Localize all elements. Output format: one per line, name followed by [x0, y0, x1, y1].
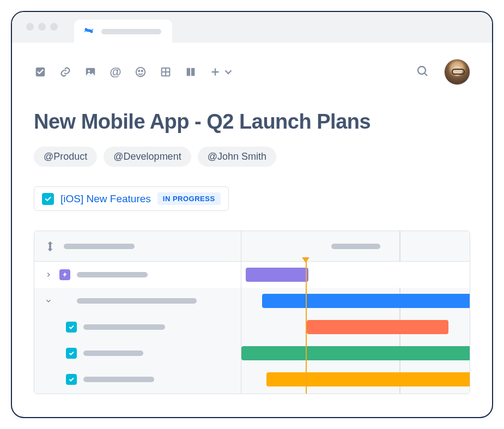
- svg-point-4: [138, 70, 139, 71]
- insert-more-button[interactable]: [209, 65, 234, 78]
- roadmap-task-row[interactable]: [34, 340, 241, 366]
- timeline-row: [241, 314, 470, 340]
- placeholder-text: [77, 272, 148, 277]
- roadmap-panel: [34, 231, 470, 394]
- gantt-bar[interactable]: [246, 268, 308, 282]
- task-type-icon: [66, 348, 77, 359]
- editor-toolbar: @: [34, 65, 234, 78]
- svg-point-5: [142, 70, 143, 71]
- app-window: @ Ne: [11, 11, 493, 418]
- gantt-bar[interactable]: [266, 372, 470, 386]
- window-titlebar: [12, 12, 492, 43]
- placeholder-text: [83, 351, 143, 356]
- avatar[interactable]: [444, 59, 470, 85]
- emoji-icon[interactable]: [134, 65, 147, 78]
- svg-point-13: [418, 67, 426, 74]
- roadmap-task-row[interactable]: [34, 366, 241, 392]
- svg-point-2: [88, 70, 90, 72]
- editor-toolbar-row: @: [34, 59, 470, 85]
- link-icon[interactable]: [59, 65, 72, 78]
- gantt-bar[interactable]: [262, 294, 470, 308]
- roadmap-header-left: [34, 231, 241, 262]
- svg-line-14: [425, 74, 428, 76]
- timeline-row: [241, 262, 470, 288]
- issue-title: [iOS] New Features: [60, 193, 151, 205]
- mention-tags: @Product @Development @John Smith: [34, 147, 470, 167]
- timeline-row: [241, 340, 470, 366]
- placeholder-text: [83, 324, 165, 330]
- page-content: @ Ne: [12, 43, 492, 394]
- action-item-icon[interactable]: [34, 65, 47, 78]
- jira-issue-card[interactable]: [iOS] New Features IN PROGRESS: [34, 186, 229, 211]
- svg-point-3: [136, 68, 145, 77]
- window-controls: [26, 23, 58, 31]
- timeline-row: [241, 366, 470, 392]
- roadmap-epic-row[interactable]: [34, 288, 241, 314]
- roadmap-timeline[interactable]: [241, 231, 470, 394]
- image-icon[interactable]: [84, 65, 97, 78]
- roadmap-task-row[interactable]: [34, 314, 241, 340]
- today-line: [306, 262, 307, 394]
- roadmap-epic-row[interactable]: [34, 262, 241, 288]
- gantt-bar[interactable]: [241, 346, 470, 360]
- task-type-icon: [66, 374, 77, 385]
- placeholder-text: [331, 244, 380, 249]
- tab-title-placeholder: [101, 29, 161, 34]
- epic-icon: [59, 269, 70, 280]
- search-icon[interactable]: [416, 64, 429, 80]
- mention-tag[interactable]: @John Smith: [198, 147, 276, 167]
- svg-rect-10: [191, 68, 195, 76]
- mention-tag[interactable]: @Product: [34, 147, 97, 167]
- window-dot[interactable]: [26, 23, 34, 31]
- mention-tag[interactable]: @Development: [104, 147, 191, 167]
- chevron-right-icon[interactable]: [44, 270, 53, 279]
- layout-icon[interactable]: [184, 65, 197, 78]
- placeholder-text: [83, 377, 154, 382]
- placeholder-text: [77, 298, 197, 304]
- roadmap-sidebar: [34, 231, 241, 394]
- browser-tab[interactable]: [74, 20, 172, 43]
- header-right: [416, 59, 470, 85]
- window-dot[interactable]: [50, 23, 58, 31]
- gantt-bar[interactable]: [307, 320, 448, 334]
- task-type-icon: [42, 193, 54, 205]
- task-type-icon: [66, 322, 77, 333]
- timeline-row: [241, 288, 470, 314]
- page-title: New Mobile App - Q2 Launch Plans: [34, 110, 470, 134]
- svg-rect-9: [187, 68, 190, 76]
- window-dot[interactable]: [38, 23, 46, 31]
- table-icon[interactable]: [159, 65, 172, 78]
- chevron-down-icon[interactable]: [44, 297, 53, 305]
- jira-icon: [44, 240, 56, 252]
- placeholder-text: [64, 244, 135, 249]
- confluence-icon: [83, 25, 95, 39]
- mention-icon[interactable]: @: [109, 65, 122, 78]
- status-badge: IN PROGRESS: [157, 192, 221, 205]
- roadmap-header-right: [241, 231, 470, 262]
